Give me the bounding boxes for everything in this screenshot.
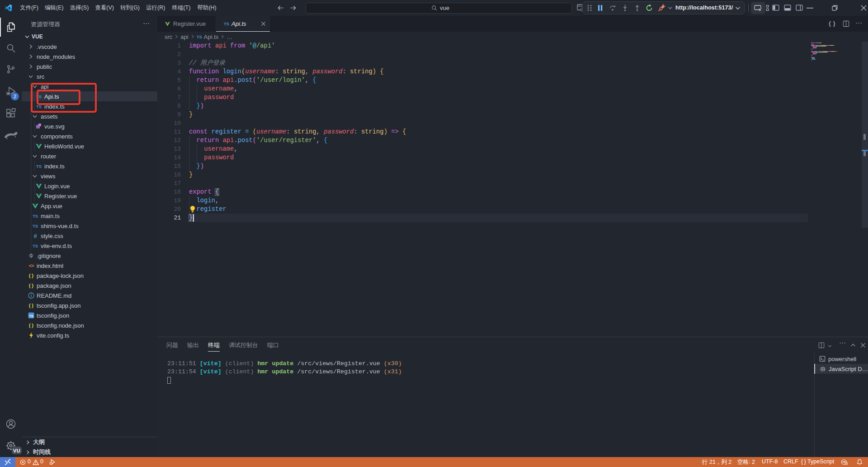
svg-text:TS: TS bbox=[29, 314, 33, 318]
